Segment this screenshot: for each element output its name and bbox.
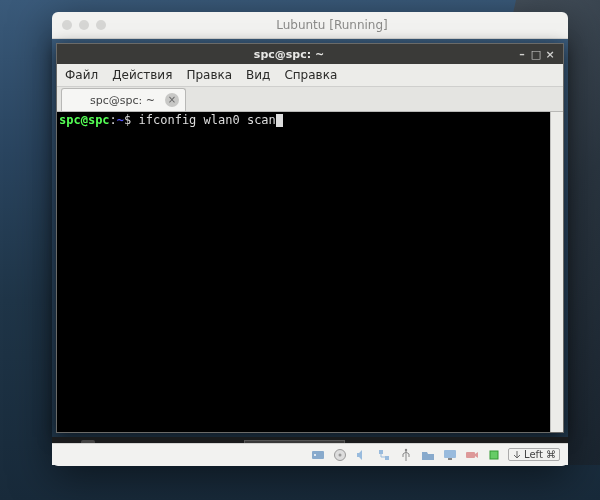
vm-host-key-label: Left ⌘ (524, 449, 556, 460)
vm-optical-indicator[interactable] (332, 447, 348, 463)
terminal-tab-label: spc@spc: ~ (90, 94, 155, 107)
svg-rect-18 (312, 451, 324, 459)
svg-point-24 (405, 448, 407, 450)
hdd-icon (311, 448, 325, 462)
vm-shared-folders-indicator[interactable] (420, 447, 436, 463)
traffic-lights (62, 20, 106, 30)
traffic-zoom[interactable] (96, 20, 106, 30)
svg-rect-27 (466, 452, 475, 458)
traffic-close[interactable] (62, 20, 72, 30)
terminal-menubar: Файл Действия Правка Вид Справка (57, 64, 563, 87)
vm-hdd-indicator[interactable] (310, 447, 326, 463)
close-button[interactable]: × (543, 48, 557, 61)
speaker-icon (355, 448, 369, 462)
vm-recording-indicator[interactable] (464, 447, 480, 463)
usb-icon (399, 448, 413, 462)
terminal-window-title: spc@spc: ~ (63, 48, 515, 61)
maximize-button[interactable]: □ (529, 48, 543, 61)
prompt-path: ~ (117, 113, 124, 127)
vm-titlebar[interactable]: Lubuntu [Running] (52, 12, 568, 39)
menu-help[interactable]: Справка (284, 68, 337, 82)
prompt-user: spc (59, 113, 81, 127)
folder-icon (421, 448, 435, 462)
prompt-host: spc (88, 113, 110, 127)
disc-icon (333, 448, 347, 462)
terminal-tabbar: spc@spc: ~ × (57, 87, 563, 112)
prompt-dollar: $ (124, 113, 138, 127)
virtualbox-window: Lubuntu [Running] spc@spc: ~ – □ × Файл … (52, 12, 568, 466)
prompt-colon: : (110, 113, 117, 127)
menu-edit[interactable]: Правка (186, 68, 232, 82)
svg-rect-22 (379, 450, 383, 454)
terminal-body: spc@spc:~$ ifconfig wlan0 scan (57, 112, 563, 432)
terminal-command: ifconfig wlan0 scan (139, 113, 276, 127)
minimize-button[interactable]: – (515, 48, 529, 61)
camera-icon (465, 448, 479, 462)
vm-display-indicator[interactable] (442, 447, 458, 463)
vm-usb-indicator[interactable] (398, 447, 414, 463)
vm-window-title: Lubuntu [Running] (106, 18, 558, 32)
monitor-icon (443, 448, 457, 462)
vm-audio-indicator[interactable] (354, 447, 370, 463)
terminal-window: spc@spc: ~ – □ × Файл Действия Правка Ви… (56, 43, 564, 433)
network-icon (377, 448, 391, 462)
menu-view[interactable]: Вид (246, 68, 270, 82)
svg-point-21 (339, 453, 342, 456)
terminal-screen[interactable]: spc@spc:~$ ifconfig wlan0 scan (57, 112, 550, 432)
terminal-scrollbar[interactable] (550, 112, 563, 432)
vm-status-bar: Left ⌘ (52, 443, 568, 465)
svg-point-19 (314, 454, 316, 456)
chip-icon (487, 448, 501, 462)
terminal-tab[interactable]: spc@spc: ~ × (61, 88, 186, 111)
svg-rect-26 (448, 458, 452, 460)
traffic-minimize[interactable] (79, 20, 89, 30)
menu-file[interactable]: Файл (65, 68, 98, 82)
vm-network-indicator[interactable] (376, 447, 392, 463)
prompt-at: @ (81, 113, 88, 127)
vm-cpu-indicator[interactable] (486, 447, 502, 463)
tab-close-icon[interactable]: × (165, 93, 179, 107)
vm-guest-screen: spc@spc: ~ – □ × Файл Действия Правка Ви… (52, 39, 568, 465)
arrow-down-icon (512, 450, 522, 460)
host-desktop: Lubuntu [Running] spc@spc: ~ – □ × Файл … (0, 0, 600, 500)
svg-rect-28 (490, 451, 498, 459)
menu-actions[interactable]: Действия (112, 68, 172, 82)
svg-rect-25 (444, 450, 456, 458)
terminal-cursor (276, 114, 283, 127)
terminal-titlebar[interactable]: spc@spc: ~ – □ × (57, 44, 563, 64)
vm-host-key-indicator[interactable]: Left ⌘ (508, 448, 560, 461)
